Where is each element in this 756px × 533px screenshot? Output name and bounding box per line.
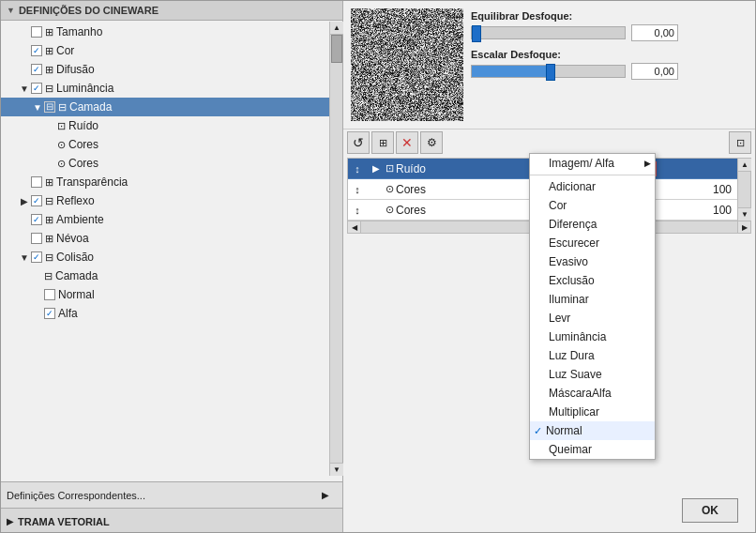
tree-item-camada[interactable]: ▼ ⊟ ⊟ Camada [1,98,342,116]
toggle-nevoa[interactable] [18,234,31,244]
slider-escalar-track[interactable] [471,65,626,78]
tree-item-ruido[interactable]: ⊡ Ruído [1,116,342,135]
toggle-difusao[interactable] [18,65,31,75]
left-panel: ▼ DEFINIÇÕES DO CINEWARE ⊞ Tamanho ⊞ Cor [1,1,343,533]
slider-equilibrar-value[interactable]: 0,00 [631,24,678,41]
dropdown-item-mascara-alfa[interactable]: MáscaraAlfa [530,384,655,403]
definitions-bar[interactable]: Definições Correspondentes... ▶ [1,481,342,508]
dropdown-item-evasivo[interactable]: Evasivo [530,252,655,271]
dropdown-item-luminancia[interactable]: Luminância [530,327,655,346]
scroll-up[interactable]: ▲ [330,22,343,35]
delete-button[interactable]: ✕ [396,131,418,154]
label-cores1: Cores [68,138,98,151]
toggle-camada2[interactable] [31,271,44,282]
dropdown-item-adicionar[interactable]: Adicionar [530,177,655,196]
slider-escalar-value[interactable]: 0,00 [631,63,678,80]
dropdown-item-queimar[interactable]: Queimar [530,440,655,459]
checkbox-luminancia[interactable] [31,83,42,94]
dropdown-item-luz-suave[interactable]: Luz Suave [530,365,655,384]
dropdown-item-exclusao[interactable]: Exclusão [530,271,655,290]
left-scrollbar[interactable]: ▲ ▼ [329,22,342,476]
dropdown-label-mascara-alfa: MáscaraAlfa [549,387,612,400]
dropdown-label-adicionar: Adicionar [549,180,596,193]
dropdown-item-normal[interactable]: Normal [530,421,655,440]
dropdown-item-imagem-alfa[interactable]: Imagem/ Alfa [530,154,655,173]
scroll-thumb[interactable] [331,35,342,63]
dropdown-label-levr: Levr [549,312,570,325]
expand-ruido[interactable]: ▶ [367,163,386,174]
label-cores2: Cores [68,157,98,170]
checkbox-reflexo[interactable] [31,195,42,206]
tree-item-colisao[interactable]: ▼ ⊟ Colisão [1,248,342,266]
settings-button[interactable]: ⚙ [420,131,443,154]
toggle-cor[interactable] [18,46,31,56]
toggle-reflexo[interactable]: ▶ [18,196,31,206]
tree-item-difusao[interactable]: ⊞ Difusão [1,60,342,79]
slider-equilibrar-thumb[interactable] [472,25,481,42]
label-transparencia: Transparência [56,175,128,189]
tree-item-nevoa[interactable]: ⊞ Névoa [1,229,342,248]
layer-scroll-up[interactable]: ▲ [738,159,751,172]
slider-equilibrar: Equilibrar Desfoque: 0,00 [471,10,748,41]
slider-equilibrar-track[interactable] [471,26,626,39]
tree-item-cores2[interactable]: ⊙ Cores [1,154,342,173]
tree-item-tamanho[interactable]: ⊞ Tamanho [1,23,342,41]
row-arrow-ruido: ↕ [348,163,367,175]
reload-button[interactable]: ↺ [347,131,370,154]
dropdown-item-multiplicar[interactable]: Multiplicar [530,403,655,421]
scroll-down[interactable]: ▼ [330,463,343,476]
toggle-colisao[interactable]: ▼ [18,252,31,263]
toggle-ruido[interactable] [44,121,57,131]
hscroll-left[interactable]: ◀ [348,221,361,233]
label-normal: Normal [58,288,95,301]
tree-item-normal[interactable]: Normal [1,285,342,304]
toggle-camada[interactable]: ▼ [31,102,44,113]
dropdown-label-imagem-alfa: Imagem/ Alfa [549,157,614,170]
dropdown-item-escurecer[interactable]: Escurecer [530,234,655,252]
dropdown-item-levr[interactable]: Levr [530,309,655,327]
toggle-transparencia[interactable] [18,177,31,188]
toggle-normal[interactable] [31,290,44,300]
dropdown-label-luz-dura: Luz Dura [549,349,595,362]
checkbox-alfa[interactable] [44,308,55,319]
dropdown-item-cor[interactable]: Cor [530,196,655,215]
label-ambiente: Ambiente [56,213,104,226]
toggle-alfa[interactable] [31,309,44,319]
dropdown-item-iluminar[interactable]: Iluminar [530,290,655,309]
tree-item-alfa[interactable]: Alfa [1,304,342,323]
dropdown-label-exclusao: Exclusão [549,274,595,287]
dropdown-label-queimar: Queimar [549,443,592,456]
toggle-cores2[interactable] [44,159,57,169]
link-button[interactable]: ⊡ [729,131,751,154]
hscroll-right[interactable]: ▶ [737,221,750,233]
dropdown-label-luminancia: Luminância [549,330,606,343]
layer-scroll-down[interactable]: ▼ [738,207,751,221]
tree-item-cor[interactable]: ⊞ Cor [1,41,342,60]
checkbox-cor[interactable] [31,45,42,56]
tree-item-reflexo[interactable]: ▶ ⊟ Reflexo [1,191,342,210]
dropdown-item-luz-dura[interactable]: Luz Dura [530,346,655,365]
tree-item-cores1[interactable]: ⊙ Cores [1,135,342,154]
layer-scrollbar[interactable]: ▲ ▼ [737,159,750,221]
tree-item-transparencia[interactable]: ⊞ Transparência [1,173,342,191]
toggle-ambiente[interactable] [18,215,31,225]
slider-escalar-thumb[interactable] [546,64,555,81]
toggle-luminancia[interactable]: ▼ [18,84,31,94]
ok-button[interactable]: OK [682,498,738,523]
slider-escalar-label: Escalar Desfoque: [471,49,748,60]
toggle-cores1[interactable] [44,140,57,150]
save-button[interactable]: ⊞ [371,131,394,154]
section-toggle[interactable]: ▼ [7,6,15,15]
dropdown-label-iluminar: Iluminar [549,293,589,306]
trama-section[interactable]: ▶ TRAMA VETORIAL [1,508,342,533]
checkbox-difusao[interactable] [31,64,42,75]
checkbox-colisao[interactable] [31,251,42,263]
tree-item-luminancia[interactable]: ▼ ⊟ Luminância [1,79,342,98]
slider-equilibrar-container: 0,00 [471,24,748,41]
tree-item-ambiente[interactable]: ⊞ Ambiente [1,210,342,229]
toggle-tamanho[interactable] [18,27,31,38]
dropdown-item-diferenca[interactable]: Diferença [530,215,655,234]
tree-item-camada2[interactable]: ⊟ Camada [1,266,342,285]
trama-toggle[interactable]: ▶ [7,516,14,526]
checkbox-ambiente[interactable] [31,214,42,225]
